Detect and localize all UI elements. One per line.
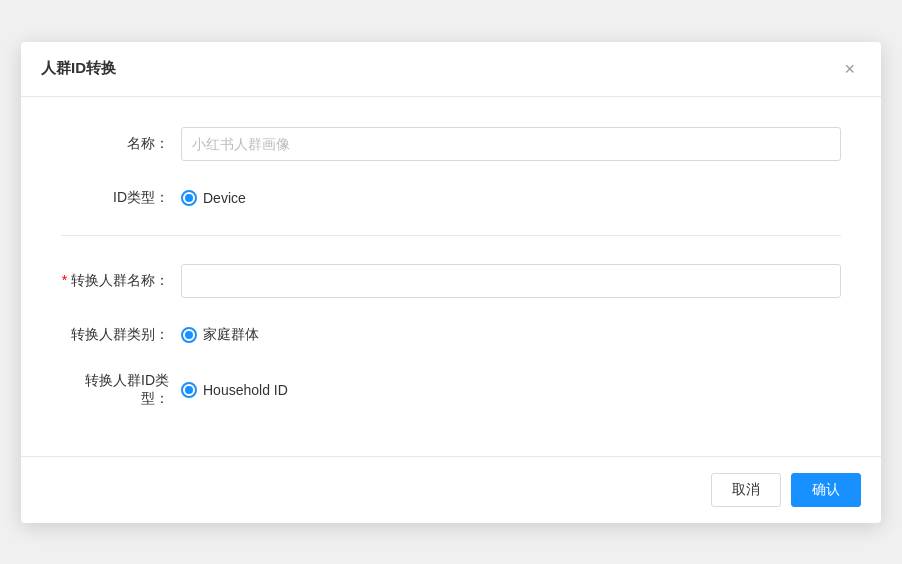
dialog-body: 名称： ID类型： Device 转换人群名称： 转换人群类别：	[21, 97, 881, 456]
close-button[interactable]: ×	[838, 58, 861, 80]
id-type-label: ID类型：	[61, 189, 181, 207]
convert-category-radio-group: 家庭群体	[181, 326, 259, 344]
convert-id-type-label: 转换人群ID类型：	[61, 372, 181, 408]
convert-name-input[interactable]	[181, 264, 841, 298]
convert-category-option[interactable]: 家庭群体	[181, 326, 259, 344]
convert-name-label: 转换人群名称：	[61, 272, 181, 290]
dialog-title: 人群ID转换	[41, 59, 116, 78]
form-row-name: 名称：	[61, 127, 841, 161]
convert-category-option-label: 家庭群体	[203, 326, 259, 344]
form-row-convert-id-type: 转换人群ID类型： Household ID	[61, 372, 841, 408]
form-row-id-type: ID类型： Device	[61, 189, 841, 207]
convert-category-label: 转换人群类别：	[61, 326, 181, 344]
cancel-button[interactable]: 取消	[711, 473, 781, 507]
form-row-convert-name: 转换人群名称：	[61, 264, 841, 298]
divider	[61, 235, 841, 236]
id-type-radio-dot	[181, 190, 197, 206]
dialog-footer: 取消 确认	[21, 456, 881, 523]
convert-id-type-radio-group: Household ID	[181, 382, 288, 398]
name-input[interactable]	[181, 127, 841, 161]
id-type-radio-group: Device	[181, 190, 246, 206]
convert-id-type-radio-dot	[181, 382, 197, 398]
form-row-convert-category: 转换人群类别： 家庭群体	[61, 326, 841, 344]
dialog-header: 人群ID转换 ×	[21, 42, 881, 97]
id-type-option-label: Device	[203, 190, 246, 206]
dialog-container: 人群ID转换 × 名称： ID类型： Device 转换人群名称：	[21, 42, 881, 523]
convert-id-type-option-label: Household ID	[203, 382, 288, 398]
id-type-option-device[interactable]: Device	[181, 190, 246, 206]
convert-id-type-option[interactable]: Household ID	[181, 382, 288, 398]
name-label: 名称：	[61, 135, 181, 153]
convert-category-radio-dot	[181, 327, 197, 343]
confirm-button[interactable]: 确认	[791, 473, 861, 507]
